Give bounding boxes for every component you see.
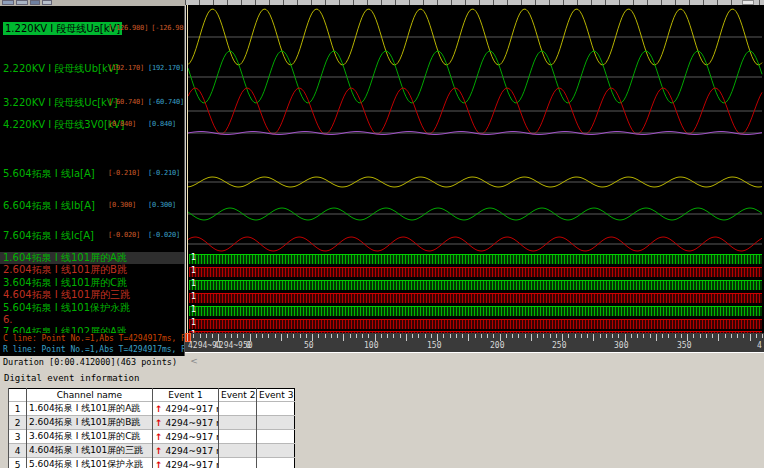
digital-channel-row[interactable]: 6. xyxy=(0,314,185,326)
channel-label[interactable]: 2.220KV I 段母线Ub[kV] xyxy=(3,62,118,75)
cursor-line[interactable] xyxy=(187,5,188,333)
ruler-tick xyxy=(243,334,244,338)
digital-channel-row[interactable]: 4.604拓泉 I 线101屏的三跳 xyxy=(0,289,185,301)
digital-state-bar[interactable]: 1 xyxy=(189,267,762,277)
analog-channel-row[interactable]: 2.220KV I 段母线Ub[kV][192.170][192.170] xyxy=(0,62,185,76)
digital-channel-row[interactable]: 3.604拓泉 I 线101屏的C跳 xyxy=(0,277,185,289)
ruler-tick xyxy=(318,334,319,338)
ruler-tick xyxy=(406,334,407,341)
event-table-row[interactable]: 44.604拓泉 I 线101屏的三跳↑4294~917 ms xyxy=(9,444,295,458)
event-table-row[interactable]: 33.604拓泉 I 线101屏的C跳↑4294~917 ms xyxy=(9,430,295,444)
time-ruler[interactable]: 4294~914294~9500501001502002503003504 xyxy=(185,333,764,352)
ruler-tick xyxy=(600,334,601,338)
channel-label[interactable]: 6. xyxy=(0,314,13,325)
analog-channel-row[interactable]: 3.220KV I 段母线Uc[kV][-60.740][-60.740] xyxy=(0,96,185,110)
table-header-cell: Event 2 xyxy=(219,389,257,402)
channel-label[interactable]: 4.604拓泉 I 线101屏的三跳 xyxy=(0,289,130,300)
duration-bar: Duration [0:00.412000](463 points) xyxy=(0,356,185,369)
analog-channel-row[interactable]: 1.220KV I 段母线Ua[kV][-126.980][-126.980] xyxy=(0,22,185,36)
event1-cell: ↑4294~917 ms xyxy=(153,430,219,444)
digital-channel-row[interactable]: 2.604拓泉 I 线101屏的B跳 xyxy=(0,264,185,276)
ruler-tick xyxy=(550,334,551,338)
toolbar-button[interactable] xyxy=(2,0,14,5)
event2-cell xyxy=(219,402,257,416)
digital-state-value: 1 xyxy=(191,305,196,315)
toolbar-button[interactable] xyxy=(16,0,28,5)
digital-state-bar[interactable]: 1 xyxy=(189,306,762,316)
ruler-tick xyxy=(518,334,519,338)
analog-channel-row[interactable]: 6.604拓泉 I 线Ib[A][0.300][0.300] xyxy=(0,199,185,213)
ruler-tick xyxy=(593,334,594,341)
c-cursor-value: [-60.740] xyxy=(108,97,145,108)
digital-state-value: 1 xyxy=(191,279,196,289)
ruler-tick xyxy=(531,334,532,341)
event2-cell xyxy=(219,416,257,430)
ruler-tick xyxy=(350,334,351,338)
channel-name-cell: 3.604拓泉 I 线101屏的C跳 xyxy=(27,430,153,444)
analog-channel-row[interactable]: 7.604拓泉 I 线Ic[A][-0.020][-0.020] xyxy=(0,229,185,243)
channel-label[interactable]: 3.220KV I 段母线Uc[kV] xyxy=(3,96,118,109)
r-cursor-value: [-126.980] xyxy=(151,23,185,34)
digital-state-bar[interactable]: 1 xyxy=(189,254,762,264)
ruler-tick xyxy=(437,334,438,341)
scroll-left-button[interactable]: < xyxy=(189,356,199,367)
digital-waveforms[interactable]: 1111111 xyxy=(186,5,764,333)
channel-name-cell: 4.604拓泉 I 线101屏的三跳 xyxy=(27,444,153,458)
digital-event-section: Digital event information Channel nameEv… xyxy=(0,369,764,468)
toolbar-button[interactable] xyxy=(30,0,40,5)
digital-state-bar[interactable]: 1 xyxy=(189,293,762,303)
analog-channel-row[interactable]: 4.220KV I 段母线3V0[kV][0.840][0.840] xyxy=(0,118,185,132)
event2-cell xyxy=(219,430,257,444)
ruler-tick xyxy=(543,334,544,338)
ruler-tick xyxy=(412,334,413,338)
channel-label[interactable]: 1.220KV I 段母线Ua[kV] xyxy=(3,22,122,35)
digital-state-bar[interactable]: 1 xyxy=(189,280,762,290)
ruler-tick xyxy=(587,334,588,338)
channel-label[interactable]: 2.604拓泉 I 线101屏的B跳 xyxy=(0,264,127,275)
event2-cell xyxy=(219,444,257,458)
channel-list-panel: 1.220KV I 段母线Ua[kV][-126.980][-126.980]2… xyxy=(0,6,185,356)
ruler-tick xyxy=(525,334,526,338)
toolbar-button[interactable] xyxy=(42,0,52,5)
event-table-row[interactable]: 22.604拓泉 I 线101屏的B跳↑4294~917 ms xyxy=(9,416,295,430)
ruler-tick xyxy=(362,334,363,338)
ruler-tick xyxy=(687,334,688,341)
digital-channel-row[interactable]: 5.604拓泉 I 线101保护永跳 xyxy=(0,302,185,314)
horizontal-scrollbar[interactable]: < xyxy=(185,352,764,369)
r-cursor-value: [-60.740] xyxy=(148,97,184,108)
event-table-row[interactable]: 11.604拓泉 I 线101屏的A跳↑4294~917 ms xyxy=(9,402,295,416)
channel-label[interactable]: 5.604拓泉 I 线Ia[A] xyxy=(3,167,95,180)
trip-up-icon: ↑ xyxy=(155,432,163,442)
digital-channel-row[interactable]: 1.604拓泉 I 线101屏的A跳 xyxy=(0,252,185,264)
trip-up-icon: ↑ xyxy=(155,460,163,468)
row-number: 1 xyxy=(9,402,27,416)
channel-label[interactable]: 6.604拓泉 I 线Ib[A] xyxy=(3,199,95,212)
table-header-cell: Channel name xyxy=(27,389,153,402)
ruler-tick xyxy=(668,334,669,338)
ruler-tick xyxy=(512,334,513,338)
channel-name-cell: 2.604拓泉 I 线101屏的B跳 xyxy=(27,416,153,430)
ruler-tick xyxy=(425,334,426,338)
channel-label[interactable]: 1.604拓泉 I 线101屏的A跳 xyxy=(0,252,127,263)
analog-channel-row[interactable]: 5.604拓泉 I 线Ia[A][-0.210][-0.210] xyxy=(0,167,185,181)
ruler-tick xyxy=(306,334,307,338)
ruler-label: 300 xyxy=(614,341,628,350)
waveform-panel[interactable]: 1111111 xyxy=(186,5,764,333)
ruler-tick xyxy=(300,334,301,338)
channel-label[interactable]: 5.604拓泉 I 线101保护永跳 xyxy=(0,302,130,313)
event-table-row[interactable]: 55.604拓泉 I 线101保护永跳↑4294~917 ms xyxy=(9,458,295,468)
ruler-tick xyxy=(606,334,607,338)
ruler-tick xyxy=(368,334,369,338)
ruler-tick xyxy=(250,334,251,341)
channel-label[interactable]: 7.604拓泉 I 线Ic[A] xyxy=(3,229,94,242)
ruler-tick xyxy=(675,334,676,338)
ruler-tick xyxy=(375,334,376,341)
channel-label[interactable]: 4.220KV I 段母线3V0[kV] xyxy=(3,118,124,131)
ruler-tick xyxy=(493,334,494,338)
digital-state-bar[interactable]: 1 xyxy=(189,319,762,329)
ruler-tick xyxy=(462,334,463,338)
channel-label[interactable]: 3.604拓泉 I 线101屏的C跳 xyxy=(0,277,127,288)
c-line-status: C line: Point No.=1,Abs T=4294917ms, Rel… xyxy=(3,334,185,343)
ruler-tick xyxy=(356,334,357,338)
ruler-tick xyxy=(618,334,619,338)
